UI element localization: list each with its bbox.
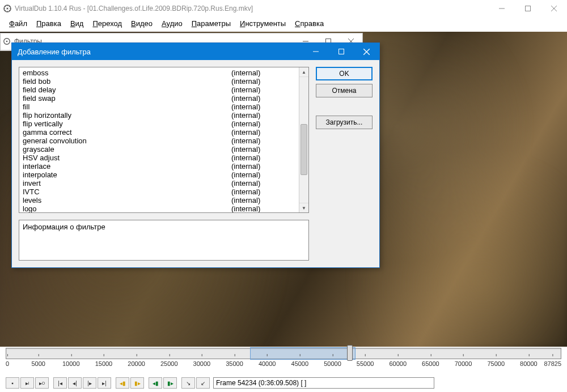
tick-label: 40000 (259, 360, 276, 367)
menu-item[interactable]: Правка (32, 18, 66, 29)
menu-item[interactable]: Аудио (157, 18, 187, 29)
app-icon (2, 3, 12, 14)
tick-label: 65000 (422, 360, 439, 367)
filter-list-item[interactable]: gamma correct(internal) (19, 128, 308, 137)
timeline-selection (250, 347, 356, 360)
add-filter-titlebar[interactable]: Добавление фильтра (12, 43, 379, 60)
tick-label: 20000 (128, 360, 145, 367)
minimize-button[interactable] (489, 0, 515, 17)
go-end-button[interactable]: ▸| (98, 377, 111, 389)
filter-list[interactable]: emboss(internal)field bob(internal)field… (19, 67, 309, 213)
step-fwd-button[interactable]: |▸ (83, 377, 96, 389)
step-back-button[interactable]: ◂| (68, 377, 82, 389)
tick-label: 75000 (487, 360, 505, 367)
filter-list-item[interactable]: field bob(internal) (19, 77, 308, 86)
mark-in-button[interactable]: ↘ (181, 377, 195, 389)
tick-label: 60000 (389, 360, 407, 367)
play-output-button[interactable]: ▸O (35, 377, 49, 389)
timeline-ticks: 0500010000150002000025000300003500040000… (6, 360, 561, 370)
close-button[interactable] (541, 0, 567, 17)
menu-item[interactable]: Вид (66, 18, 88, 29)
svg-rect-13 (338, 49, 344, 54)
tick-label: 55000 (357, 360, 374, 367)
tick-label: 5000 (31, 360, 45, 367)
filter-list-item[interactable]: IVTC(internal) (19, 188, 308, 196)
tick-label: 45000 (291, 360, 309, 367)
key-prev-button[interactable]: ◂▮ (116, 377, 129, 389)
window-title: VirtualDub 1.10.4 Rus - [01.Challenges.o… (12, 5, 489, 12)
menu-item[interactable]: Справка (290, 18, 328, 29)
svg-point-7 (6, 41, 8, 42)
menu-item[interactable]: Видео (126, 18, 157, 29)
scroll-up-icon[interactable]: ▲ (299, 67, 308, 77)
tick-label: 0 (6, 360, 9, 367)
filter-list-item[interactable]: interpolate(internal) (19, 171, 308, 179)
frame-status: Frame 54234 (0:36:09.508) [ ] (213, 377, 434, 389)
filter-info-box: Информация о фильтре (19, 220, 309, 261)
close-button[interactable] (354, 43, 379, 60)
filter-list-item[interactable]: field delay(internal) (19, 86, 308, 94)
maximize-button[interactable] (515, 0, 541, 17)
scroll-thumb[interactable] (301, 124, 307, 175)
filter-list-item[interactable]: field swap(internal) (19, 94, 308, 103)
mark-out-button[interactable]: ↙ (196, 377, 210, 389)
tick-label: 87825 (544, 360, 561, 367)
filter-list-item[interactable]: emboss(internal) (19, 69, 308, 77)
menu-item[interactable]: Переход (88, 18, 126, 29)
stop-button[interactable]: ▪ (6, 377, 19, 389)
tick-label: 10000 (62, 360, 80, 367)
tick-label: 35000 (226, 360, 243, 367)
filter-list-item[interactable]: interlace(internal) (19, 162, 308, 171)
filter-list-item[interactable]: levels(internal) (19, 196, 308, 204)
key-next-button[interactable]: ▮▸ (130, 377, 144, 389)
go-start-button[interactable]: |◂ (53, 377, 67, 389)
menu-item[interactable]: Инструменты (235, 18, 290, 29)
add-filter-title: Добавление фильтра (18, 48, 91, 56)
add-filter-dialog: Добавление фильтра emboss(internal)field… (11, 42, 380, 268)
svg-rect-3 (526, 6, 531, 11)
timeline: 0500010000150002000025000300003500040000… (6, 348, 561, 376)
filter-info-label: Информация о фильтре (23, 223, 105, 231)
app-icon (2, 36, 12, 46)
filter-list-item[interactable]: grayscale(internal) (19, 145, 308, 154)
main-titlebar: VirtualDub 1.10.4 Rus - [01.Challenges.o… (0, 0, 567, 17)
tick-label: 25000 (160, 360, 178, 367)
tick-label: 80000 (520, 360, 538, 367)
filter-list-item[interactable]: HSV adjust(internal) (19, 154, 308, 162)
filter-list-item[interactable]: flip horizontally(internal) (19, 111, 308, 120)
minimize-button[interactable] (303, 43, 328, 60)
scene-prev-button[interactable]: ◂▮ (149, 377, 162, 389)
tick-label: 30000 (193, 360, 211, 367)
menu-item[interactable]: Файл (5, 18, 32, 29)
scroll-down-icon[interactable]: ▼ (299, 203, 308, 212)
maximize-button[interactable] (328, 43, 354, 60)
scrollbar[interactable]: ▲ ▼ (299, 67, 308, 212)
svg-point-1 (7, 8, 9, 10)
tick-label: 70000 (455, 360, 472, 367)
load-button[interactable]: Загрузить... (316, 116, 373, 129)
window-controls (489, 0, 567, 17)
ok-button[interactable]: OK (316, 67, 373, 80)
play-input-button[interactable]: ▸I (20, 377, 34, 389)
scene-next-button[interactable]: ▮▸ (163, 377, 177, 389)
menu-item[interactable]: Параметры (187, 18, 235, 29)
filter-list-item[interactable]: logo(internal) (19, 204, 308, 213)
tick-label: 50000 (324, 360, 341, 367)
filter-list-item[interactable]: flip vertically(internal) (19, 120, 308, 128)
tick-label: 15000 (95, 360, 113, 367)
transport-toolbar: ▪ ▸I ▸O |◂ ◂| |▸ ▸| ◂▮ ▮▸ ◂▮ ▮▸ ↘ ↙ Fram… (6, 377, 561, 389)
filter-list-item[interactable]: fill(internal) (19, 103, 308, 111)
filter-list-item[interactable]: general convolution(internal) (19, 137, 308, 145)
filter-list-item[interactable]: invert(internal) (19, 179, 308, 188)
cancel-button[interactable]: Отмена (316, 84, 373, 97)
timeline-marker[interactable] (347, 345, 353, 361)
menubar: ФайлПравкаВидПереходВидеоАудиоПараметрыИ… (0, 17, 567, 31)
timeline-track[interactable] (6, 348, 561, 359)
